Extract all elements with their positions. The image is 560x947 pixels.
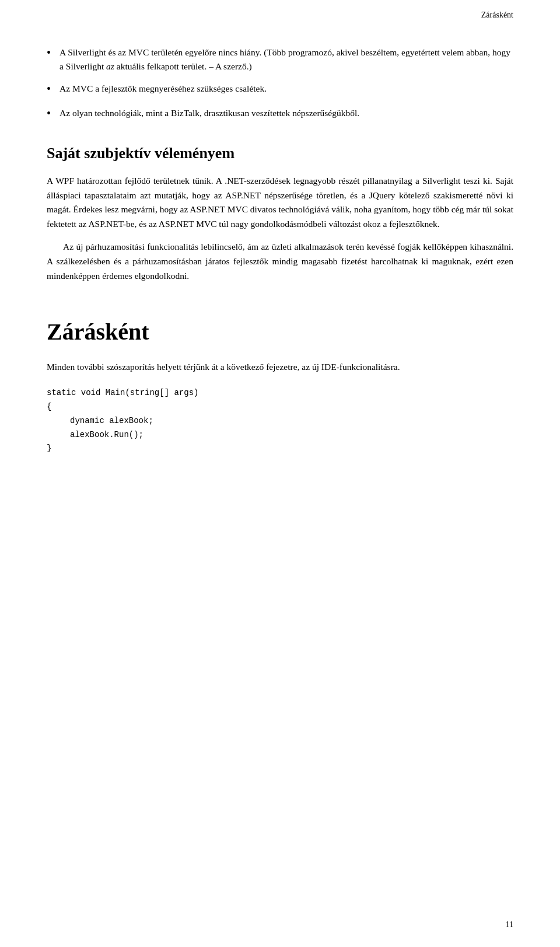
body-paragraph-1: A WPF határozottan fejlődő területnek tű… [47,174,513,232]
body-paragraph-2: Az új párhuzamosítási funkcionalitás leb… [47,240,513,283]
bullet-text: Az olyan technológiák, mint a BizTalk, d… [60,106,513,120]
code-line-3: dynamic alexBook; [47,414,513,428]
code-line-5: } [47,442,513,456]
page-number: 11 [506,920,513,929]
code-line-2: { [47,400,513,414]
bullet-dot: • [47,104,60,123]
page-container: Zárásként • A Silverlight és az MVC terü… [0,0,560,947]
code-line-4: alexBook.Run(); [47,428,513,442]
content-area: • A Silverlight és az MVC területén egye… [47,46,513,456]
list-item: • Az olyan technológiák, mint a BizTalk,… [47,106,513,123]
bullet-dot: • [47,80,60,98]
bullet-dot: • [47,44,60,62]
closing-heading: Zárásként [47,318,513,346]
closing-paragraph: Minden további szószaporítás helyett tér… [47,360,513,375]
section-heading-sajat: Saját szubjektív véleményem [47,144,513,163]
code-line-1: static void Main(string[] args) [47,386,513,400]
code-block: static void Main(string[] args) { dynami… [47,386,513,456]
bullet-text: A Silverlight és az MVC területén egyelő… [60,46,513,74]
bullet-section: • A Silverlight és az MVC területén egye… [47,46,513,123]
list-item: • A Silverlight és az MVC területén egye… [47,46,513,74]
list-item: • Az MVC a fejlesztők megnyeréséhez szük… [47,82,513,98]
bullet-text: Az MVC a fejlesztők megnyeréséhez szüksé… [60,82,513,96]
page-header-title: Zárásként [481,11,513,20]
